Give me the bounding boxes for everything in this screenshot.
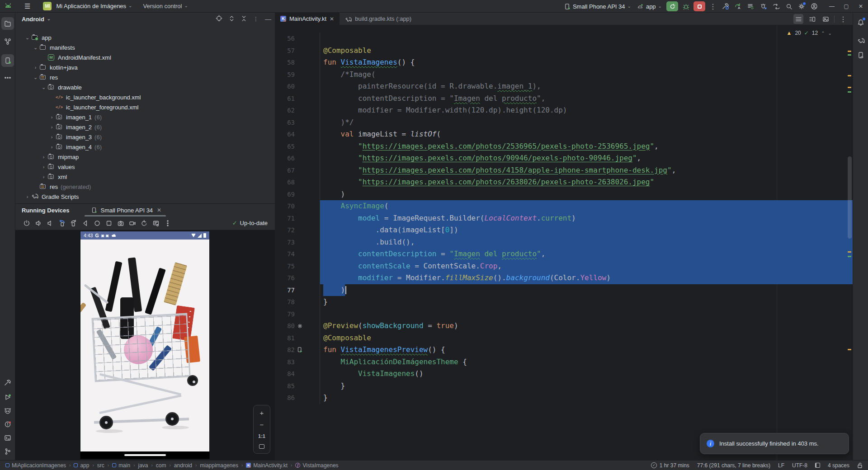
breadcrumb-main[interactable]: main <box>112 462 130 469</box>
tree-item-drawable[interactable]: ⌄drawable <box>15 82 275 92</box>
tree-chevron-icon[interactable]: › <box>40 174 47 179</box>
rotate-left-icon[interactable] <box>58 219 66 227</box>
code-line-60[interactable]: 60 painterResource(id = R.drawable.image… <box>275 80 853 93</box>
code-text[interactable]: painterResource(id = R.drawable.imagen_1… <box>320 80 853 93</box>
code-line-72[interactable]: 72 .data(imageList[0]) <box>275 224 853 236</box>
code-line-71[interactable]: 71 model = ImageRequest.Builder(LocalCon… <box>275 212 853 225</box>
tree-chevron-icon[interactable]: › <box>48 144 56 150</box>
code-text[interactable]: .data(imageList[0]) <box>320 224 853 236</box>
code-text[interactable]: modifier = Modifier.fillMaxSize().backgr… <box>320 272 853 284</box>
phone-nav-bar[interactable] <box>80 451 209 459</box>
logcat-tool-icon[interactable] <box>1 404 14 417</box>
volume-up-icon[interactable] <box>34 219 42 227</box>
device-tab[interactable]: Small Phone API 34 ✕ <box>91 204 161 216</box>
code-line-84[interactable]: 84 VistaImagenes() <box>275 368 853 380</box>
tree-item-gradle-scripts[interactable]: ›Gradle Scripts <box>15 192 275 202</box>
error-stripe[interactable] <box>846 25 853 460</box>
breadcrumb-src[interactable]: src <box>97 462 104 469</box>
indent-setting[interactable]: 4 spaces <box>828 462 849 469</box>
tree-item-imagen-1[interactable]: ›imagen_1(6) <box>15 112 275 122</box>
line-number[interactable]: 76 <box>275 272 295 284</box>
caret-position[interactable]: 77:6 (291 chars, 7 line breaks) <box>697 462 770 469</box>
unlock-icon[interactable] <box>857 462 863 469</box>
tree-chevron-icon[interactable]: › <box>40 164 47 169</box>
line-number[interactable]: 71 <box>275 212 295 225</box>
vcs-widget[interactable]: Version control⌄ <box>143 3 188 9</box>
line-number[interactable]: 74 <box>275 248 295 260</box>
line-number[interactable]: 66 <box>275 152 295 164</box>
code-line-70[interactable]: 70 AsyncImage( <box>275 200 853 212</box>
tree-item-xml[interactable]: ›xml <box>15 172 275 182</box>
locate-file-icon[interactable] <box>216 15 222 23</box>
code-line-82[interactable]: 82fun VistaImagenesPreview() { <box>275 344 853 356</box>
tree-chevron-icon[interactable]: › <box>32 65 39 70</box>
tree-chevron-icon[interactable]: › <box>24 194 31 199</box>
line-number[interactable]: 75 <box>275 260 295 273</box>
user-account-icon[interactable] <box>808 1 820 12</box>
tree-item-res[interactable]: res(generated) <box>15 182 275 192</box>
code-text[interactable]: } <box>320 296 853 308</box>
code-line-66[interactable]: 66 "https://images.pexels.com/photos/909… <box>275 152 853 164</box>
collapse-all-icon[interactable] <box>241 15 247 23</box>
tree-chevron-icon[interactable]: ⌄ <box>24 35 31 41</box>
breadcrumb-android[interactable]: android <box>174 462 192 469</box>
code-text[interactable]: val imageList = listOf( <box>320 128 853 141</box>
close-tab-icon[interactable]: ✕ <box>330 16 334 22</box>
next-problem-icon[interactable]: ⌄ <box>828 31 832 36</box>
tree-chevron-icon[interactable]: ⌄ <box>32 75 39 80</box>
project-icon[interactable]: MI <box>43 2 52 10</box>
code-line-86[interactable]: 86} <box>275 392 853 404</box>
breadcrumb-miappimagenes[interactable]: miappimagenes <box>200 462 238 469</box>
code-text[interactable]: } <box>320 380 853 392</box>
file-encoding[interactable]: UTF-8 <box>792 462 807 469</box>
code-text[interactable]: /*Image( <box>320 69 853 81</box>
line-number[interactable]: 65 <box>275 141 295 153</box>
volume-down-icon[interactable] <box>46 219 54 227</box>
scrollbar-thumb[interactable] <box>848 156 852 239</box>
main-menu-icon[interactable]: ☰ <box>24 2 30 10</box>
window-maximize-button[interactable]: ▢ <box>839 0 854 13</box>
breadcrumb-vistaimagenes[interactable]: fVistaImagenes <box>295 462 338 469</box>
tree-chevron-icon[interactable]: ⌄ <box>32 45 39 51</box>
git-tool-icon[interactable] <box>1 445 14 458</box>
line-number[interactable]: 72 <box>275 224 295 236</box>
close-device-tab-icon[interactable]: ✕ <box>157 207 161 213</box>
gradle-tool-icon[interactable] <box>854 34 867 47</box>
profiler-icon[interactable] <box>758 1 769 12</box>
design-view-icon[interactable] <box>821 14 830 24</box>
prev-problem-icon[interactable]: ⌃ <box>821 31 825 36</box>
tree-item-manifests[interactable]: ⌄manifests <box>15 42 275 52</box>
code-line-78[interactable]: 78} <box>275 296 853 308</box>
home-icon[interactable] <box>93 219 101 227</box>
line-number[interactable]: 60 <box>275 80 295 93</box>
run-configuration-selector[interactable]: app⌄ <box>637 3 662 10</box>
indent-guides-icon[interactable] <box>815 463 820 468</box>
line-number[interactable]: 56 <box>275 33 295 45</box>
tab-mainactivity[interactable]: MainActivity.kt ✕ <box>275 13 340 25</box>
sync-gradle-icon[interactable]: S <box>745 1 757 12</box>
build-hammer-icon[interactable] <box>720 1 731 12</box>
tree-item-res[interactable]: ⌄res <box>15 72 275 82</box>
code-line-69[interactable]: 69 ) <box>275 188 853 201</box>
tree-chevron-icon[interactable]: ⌄ <box>40 85 47 90</box>
apply-changes-icon[interactable]: A <box>732 1 744 12</box>
emulator-screen[interactable]: 4:43 G ▣ ▣ <box>80 231 209 459</box>
code-line-58[interactable]: 58fun VistaImagenes() { <box>275 56 853 69</box>
code-text[interactable]: fun VistaImagenesPreview() { <box>320 344 853 356</box>
rotate-right-icon[interactable] <box>70 219 77 227</box>
breadcrumb-com[interactable]: com <box>156 462 166 469</box>
device-selector[interactable]: Small Phone API 34⌄ <box>564 3 631 10</box>
code-line-57[interactable]: 57@Composable <box>275 45 853 57</box>
code-text[interactable]: "https://images.pexels.com/photos/90946/… <box>320 152 853 164</box>
code-text[interactable] <box>320 308 853 320</box>
line-ending[interactable]: LF <box>778 462 784 469</box>
device-manager-icon[interactable] <box>770 1 782 12</box>
line-number[interactable]: 79 <box>275 308 295 320</box>
screenshot-icon[interactable] <box>117 219 124 227</box>
editor-more-icon[interactable]: ⋮ <box>838 14 848 24</box>
line-number[interactable]: 62 <box>275 104 295 117</box>
line-number[interactable]: 69 <box>275 188 295 201</box>
tree-item-mipmap[interactable]: ›mipmap <box>15 152 275 162</box>
session-time[interactable]: 1 hr 37 mins <box>651 462 689 469</box>
line-number[interactable]: 57 <box>275 45 295 57</box>
